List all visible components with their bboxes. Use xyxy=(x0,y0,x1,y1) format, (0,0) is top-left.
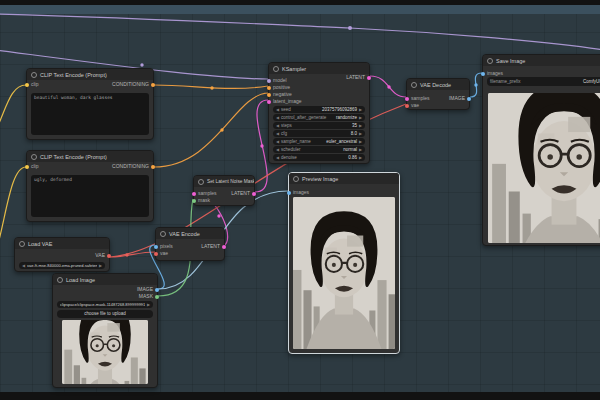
decrement-icon[interactable]: ◀ xyxy=(276,130,279,137)
increment-icon[interactable]: ▶ xyxy=(99,262,102,269)
slot-dot[interactable] xyxy=(192,199,196,203)
widget-control-after-generate[interactable]: ◀ control_after_generate randomize ▶ xyxy=(273,114,365,121)
input-slot-vae[interactable]: vae xyxy=(405,103,419,108)
increment-icon[interactable]: ▶ xyxy=(359,106,362,113)
slot-dot[interactable] xyxy=(267,79,271,83)
decrement-icon[interactable]: ◀ xyxy=(276,154,279,161)
widget-scheduler[interactable]: ◀ scheduler normal ▶ xyxy=(273,146,365,153)
decrement-icon[interactable]: ◀ xyxy=(276,106,279,113)
decrement-icon[interactable]: ◀ xyxy=(276,138,279,145)
input-slot-images[interactable]: images xyxy=(287,190,309,195)
slot-dot[interactable] xyxy=(154,245,158,249)
output-slot-image[interactable]: IMAGE xyxy=(137,287,159,292)
node-title-bar[interactable]: Preview Image xyxy=(289,173,399,184)
slot-dot[interactable] xyxy=(151,165,155,169)
widget-steps[interactable]: ◀ steps 35 ▶ xyxy=(273,122,365,129)
widget-filename-prefix[interactable]: filename_prefix ComfyUI xyxy=(487,77,600,86)
node-load-image[interactable]: Load Image IMAGE MASK clipspace/clipspac… xyxy=(52,273,158,388)
input-slot-samples[interactable]: samples xyxy=(192,191,217,196)
output-slot-vae[interactable]: VAE xyxy=(95,253,111,258)
node-title-bar[interactable]: VAE Encode xyxy=(156,228,224,239)
slot-dot[interactable] xyxy=(481,72,485,76)
slot-dot[interactable] xyxy=(107,254,111,258)
increment-icon[interactable]: ▶ xyxy=(147,301,150,308)
widget-seed[interactable]: ◀ seed 20375796092869 ▶ xyxy=(273,106,365,113)
slot-label: negative xyxy=(273,92,292,97)
increment-icon[interactable]: ▶ xyxy=(359,122,362,129)
increment-icon[interactable]: ▶ xyxy=(359,154,362,161)
node-title-bar[interactable]: Save Image xyxy=(483,55,600,66)
output-slot-image[interactable]: IMAGE xyxy=(449,96,471,101)
slot-dot[interactable] xyxy=(267,86,271,90)
slot-dot[interactable] xyxy=(267,93,271,97)
slot-dot[interactable] xyxy=(367,76,371,80)
output-slot-mask[interactable]: MASK xyxy=(139,294,159,299)
output-slot-latent[interactable]: LATENT xyxy=(231,191,256,196)
node-title-bar[interactable]: Load Image xyxy=(53,274,157,285)
widget-cfg[interactable]: ◀ cfg 8.0 ▶ xyxy=(273,130,365,137)
input-slot-negative[interactable]: negative xyxy=(267,92,292,97)
node-title-bar[interactable]: CLIP Text Encode (Prompt) xyxy=(27,69,153,80)
node-load-vae[interactable]: Load VAE VAE ◀ vae-ft-mse-840000-ema-pru… xyxy=(14,237,110,272)
node-title-bar[interactable]: CLIP Text Encode (Prompt) xyxy=(27,151,153,162)
slot-dot[interactable] xyxy=(155,295,159,299)
node-save-image[interactable]: Save Image images filename_prefix ComfyU… xyxy=(482,54,600,246)
node-title: Load VAE xyxy=(28,241,52,247)
increment-icon[interactable]: ▶ xyxy=(359,130,362,137)
slot-dot[interactable] xyxy=(222,245,226,249)
node-title-bar[interactable]: KSampler xyxy=(269,63,369,74)
slot-dot[interactable] xyxy=(25,83,29,87)
input-slot-positive[interactable]: positive xyxy=(267,85,290,90)
widget-sampler-name[interactable]: ◀ sampler_name euler_ancestral ▶ xyxy=(273,138,365,145)
slot-dot[interactable] xyxy=(405,97,409,101)
output-slot-latent[interactable]: LATENT xyxy=(201,244,226,249)
input-slot-pixels[interactable]: pixels xyxy=(154,244,173,249)
slot-dot[interactable] xyxy=(287,191,291,195)
node-ksampler[interactable]: KSampler LATENT model positive negative … xyxy=(268,62,370,164)
node-vae-encode[interactable]: VAE Encode pixels vae LATENT xyxy=(155,227,225,261)
widget-vae-name[interactable]: ◀ vae-ft-mse-840000-ema-pruned.safetenso… xyxy=(19,262,105,269)
input-slot-images[interactable]: images xyxy=(481,71,503,76)
slot-dot[interactable] xyxy=(267,100,271,104)
output-slot-latent[interactable]: LATENT xyxy=(346,75,371,80)
slot-dot[interactable] xyxy=(151,83,155,87)
widget-image-filename[interactable]: clipspace/clipspace-mask-11487268.899999… xyxy=(57,301,153,308)
input-slot-latent-image[interactable]: latent_image xyxy=(267,99,302,104)
node-set-latent-noise-mask[interactable]: Set Latent Noise Mask samples mask LATEN… xyxy=(193,175,255,206)
increment-icon[interactable]: ▶ xyxy=(359,146,362,153)
choose-file-button[interactable]: choose file to upload xyxy=(57,310,153,318)
slot-dot[interactable] xyxy=(25,165,29,169)
prompt-textarea[interactable]: ugly, deformed xyxy=(31,175,149,217)
decrement-icon[interactable]: ◀ xyxy=(22,262,25,269)
node-clip-text-encode-positive[interactable]: CLIP Text Encode (Prompt) clip CONDITION… xyxy=(26,68,154,140)
node-vae-decode[interactable]: VAE Decode samples vae IMAGE xyxy=(406,78,470,110)
slot-dot[interactable] xyxy=(405,104,409,108)
input-slot-mask[interactable]: mask xyxy=(192,198,210,203)
input-slot-samples[interactable]: samples xyxy=(405,96,430,101)
node-title-bar[interactable]: VAE Decode xyxy=(407,79,469,90)
input-slot-model[interactable]: model xyxy=(267,78,287,83)
input-slot-vae[interactable]: vae xyxy=(154,251,168,256)
node-graph-canvas[interactable]: CLIP Text Encode (Prompt) clip CONDITION… xyxy=(0,0,600,400)
input-slot-clip[interactable]: clip xyxy=(25,82,39,87)
increment-icon[interactable]: ▶ xyxy=(359,138,362,145)
widget-value: ComfyUI xyxy=(583,79,600,84)
output-slot-conditioning[interactable]: CONDITIONING xyxy=(112,82,155,87)
node-title-bar[interactable]: Set Latent Noise Mask xyxy=(194,176,254,187)
decrement-icon[interactable]: ◀ xyxy=(276,122,279,129)
slot-dot[interactable] xyxy=(192,192,196,196)
slot-dot[interactable] xyxy=(154,252,158,256)
increment-icon[interactable]: ▶ xyxy=(359,114,362,121)
decrement-icon[interactable]: ◀ xyxy=(276,114,279,121)
slot-dot[interactable] xyxy=(467,97,471,101)
slot-dot[interactable] xyxy=(155,288,159,292)
output-slot-conditioning[interactable]: CONDITIONING xyxy=(112,164,155,169)
node-clip-text-encode-negative[interactable]: CLIP Text Encode (Prompt) clip CONDITION… xyxy=(26,150,154,222)
node-title-bar[interactable]: Load VAE xyxy=(15,238,109,249)
widget-denoise[interactable]: ◀ denoise 0.86 ▶ xyxy=(273,154,365,161)
node-preview-image[interactable]: Preview Image images xyxy=(288,172,400,354)
prompt-textarea[interactable]: beautiful woman, dark glasses xyxy=(31,93,149,135)
input-slot-clip[interactable]: clip xyxy=(25,164,39,169)
slot-dot[interactable] xyxy=(252,192,256,196)
decrement-icon[interactable]: ◀ xyxy=(276,146,279,153)
